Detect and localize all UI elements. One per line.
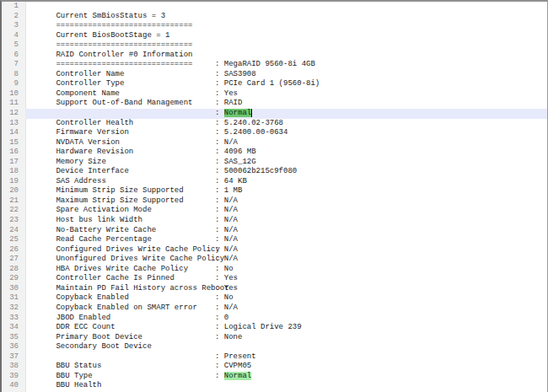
field-value-text: Yes: [224, 284, 238, 293]
field-value-text: 0: [224, 314, 228, 322]
line-number: 33: [2, 314, 25, 324]
text-line[interactable]: 22 Host bus link Width : N/A: [2, 206, 547, 216]
text-line[interactable]: 29 Maintain PD Fail History across Reboo…: [2, 274, 547, 284]
line-number: 10: [2, 89, 25, 99]
field-value-text: N/A: [224, 196, 238, 205]
field-value-text: N/A: [224, 245, 238, 254]
field-value: : Yes: [215, 89, 238, 99]
field-value: : No: [215, 293, 234, 303]
field-value-text: 1 MB: [224, 186, 243, 195]
line-number: 17: [2, 158, 25, 168]
field-value-text: Logical Drive 239: [224, 323, 302, 331]
text-line[interactable]: 3 Current BiosBootStage = 1: [2, 21, 547, 31]
text-line[interactable]: 33 DDR ECC Count : 0: [2, 314, 547, 324]
text-line[interactable]: 6 ==============================: [2, 51, 547, 61]
field-value: : N/A: [215, 303, 238, 314]
field-value-text: N/A: [224, 216, 238, 224]
line-number: 19: [2, 177, 25, 187]
field-value-text: N/A: [224, 206, 238, 214]
text-line[interactable]: 37 BBU Status : Present: [2, 352, 547, 362]
field-value: : Yes: [215, 274, 238, 284]
field-value: : PCIe Card 1 (9560-8i): [215, 79, 320, 89]
field-value-text: 5.240.02-3768: [224, 119, 283, 127]
field-value: : 64 KB: [215, 177, 247, 187]
field-value-text: MegaRAID 9560-8i 4GB: [224, 60, 315, 68]
field-value-text: RAID: [224, 99, 243, 107]
text-line[interactable]: 38 BBU Type : CVPM05: [2, 362, 547, 372]
field-value: : 0: [215, 314, 228, 324]
text-line[interactable]: 18 SAS Address : 500062b215c9f080: [2, 167, 547, 177]
text-line[interactable]: 39 BBU Health : Normal: [2, 372, 547, 382]
line-number: 14: [2, 128, 25, 138]
field-value: : N/A: [215, 196, 238, 207]
field-value-text: SAS_12G: [224, 158, 256, 166]
line-number: 21: [2, 196, 25, 207]
text-line[interactable]: 15 Hardware Revision : N/A: [2, 138, 547, 148]
line-number: 34: [2, 323, 25, 333]
text-line[interactable]: 9 Component Name : PCIe Card 1 (9560-8i): [2, 79, 547, 89]
text-line[interactable]: 26 Unonfigured Drives Write Cache Policy…: [2, 245, 547, 255]
line-number: 39: [2, 372, 25, 382]
text-area[interactable]: 1 Current SmBiosStatus = 3 2 ===========…: [2, 2, 547, 391]
text-line[interactable]: 31 Copyback Enabled on SMART error : No: [2, 293, 547, 303]
line-number: 5: [2, 40, 25, 51]
text-line[interactable]: 23 No-Battery Write Cache : N/A: [2, 216, 547, 226]
text-line[interactable]: 25 Configured Drives Write Cache Policy …: [2, 235, 547, 245]
text-line[interactable]: 36: [2, 342, 547, 352]
text-line[interactable]: 34 Primary Boot Device : Logical Drive 2…: [2, 323, 547, 333]
line-number: 32: [2, 303, 25, 314]
text-line[interactable]: 12 Controller Health : Normal: [2, 109, 547, 119]
text-line[interactable]: 32 JBOD Enabled : N/A: [2, 303, 547, 314]
field-value: : 5.240.02-3768: [215, 119, 283, 129]
text-line[interactable]: 35 Secondary Boot Device : None: [2, 333, 547, 343]
text-line[interactable]: 24 Read Cache Percentage : N/A: [2, 226, 547, 236]
line-number: 1: [2, 2, 25, 12]
line-number: 15: [2, 138, 25, 148]
field-value: : No: [215, 265, 234, 275]
field-value-text: Yes: [224, 89, 238, 98]
text-line[interactable]: 10 Support Out-of-Band Management : Yes: [2, 89, 547, 99]
line-number: 30: [2, 284, 25, 294]
text-line[interactable]: 30 Copyback Enabled : Yes: [2, 284, 547, 294]
line-number: 13: [2, 119, 25, 129]
text-line[interactable]: 19 Minimum Strip Size Supported : 64 KB: [2, 177, 547, 187]
text-line[interactable]: 27 HBA Drives Write Cache Policy : N/A: [2, 255, 547, 265]
text-line[interactable]: 1 Current SmBiosStatus = 3: [2, 2, 547, 12]
line-number: 37: [2, 352, 25, 362]
field-value-text: No: [224, 293, 234, 302]
field-value: : 500062b215c9f080: [215, 167, 297, 177]
line-number: 11: [2, 99, 25, 109]
text-line[interactable]: 7 Controller Name : MegaRAID 9560-8i 4GB: [2, 60, 547, 70]
field-value: : Logical Drive 239: [215, 323, 302, 333]
highlighted-match: Normal: [224, 372, 251, 380]
text-line[interactable]: 2 ==============================: [2, 12, 547, 22]
text-line[interactable]: 16 Memory Size : 4096 MB: [2, 148, 547, 158]
field-value: : N/A: [215, 138, 238, 148]
text-line[interactable]: 21 Spare Activation Mode : N/A: [2, 196, 547, 207]
text-line[interactable]: 13 Firmware Version : 5.240.02-3768: [2, 119, 547, 129]
field-value: : Normal: [215, 109, 252, 119]
field-value-text: N/A: [224, 235, 238, 244]
text-line[interactable]: 20 Maximum Strip Size Supported : 1 MB: [2, 186, 547, 196]
text-line[interactable]: 8 Controller Type : SAS3908: [2, 70, 547, 80]
text-line[interactable]: 14 NVDATA Version : 5.2400.00-0634: [2, 128, 547, 138]
line-number: 26: [2, 245, 25, 255]
line-number: 4: [2, 31, 25, 41]
text-line[interactable]: 11 Controller Mode : RAID: [2, 99, 547, 109]
field-value-text: No: [224, 265, 234, 273]
line-number: 35: [2, 333, 25, 343]
field-value-text: Yes: [224, 274, 238, 282]
text-line[interactable]: 40: [2, 381, 547, 391]
field-value: : N/A: [215, 216, 238, 226]
field-value: : RAID: [215, 99, 242, 109]
text-line[interactable]: 17 Device Interface : SAS_12G: [2, 158, 547, 168]
field-value: : N/A: [215, 245, 238, 255]
field-value-text: 500062b215c9f080: [224, 167, 297, 175]
text-line[interactable]: 5 RAID Controller #0 Information: [2, 40, 547, 51]
text-line[interactable]: 28 Controller Cache Is Pinned : No: [2, 265, 547, 275]
field-value: : Yes: [215, 284, 238, 294]
field-value-text: N/A: [224, 255, 238, 263]
field-value-text: N/A: [224, 138, 238, 147]
line-number: 24: [2, 226, 25, 236]
text-line[interactable]: 4 ==============================: [2, 31, 547, 41]
